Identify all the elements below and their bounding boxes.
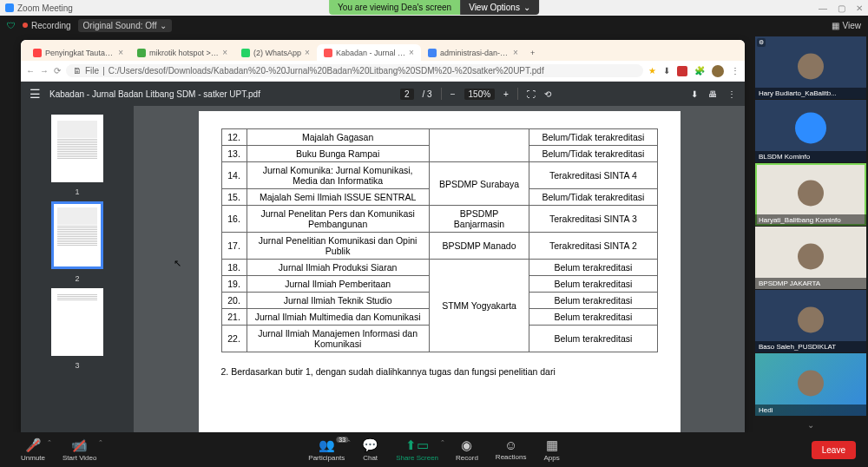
pdf-body: 123 ↖ 12.Majalah GagasanBelum/Tidak tera… xyxy=(21,106,745,432)
pdf-print-icon[interactable]: 🖶 xyxy=(708,89,717,99)
browser-tab[interactable]: Kabadan - Jurnal Badan Litbang× xyxy=(317,44,421,61)
profile-avatar-icon[interactable] xyxy=(712,65,724,77)
participants-expand-icon[interactable]: ⌄ xyxy=(755,417,866,432)
pdf-page: 12.Majalah GagasanBelum/Tidak terakredit… xyxy=(199,111,681,432)
grid-icon: ▦ xyxy=(832,21,839,30)
zoom-in-icon[interactable]: + xyxy=(503,89,509,99)
pdf-sidebar-toggle-icon[interactable]: ☰ xyxy=(30,87,41,101)
maximize-icon[interactable]: ▢ xyxy=(838,3,845,13)
chat-button[interactable]: 💬 Chat xyxy=(353,437,387,462)
zoom-out-icon[interactable]: − xyxy=(450,89,456,99)
shield-ext-icon[interactable] xyxy=(677,66,687,76)
zoom-control-bar: 🎤 ⌃ Unmute 📹 ⌃ Start Video 👥 33 ⌃ Partic… xyxy=(0,432,868,467)
apps-button[interactable]: ▦ Apps xyxy=(535,437,568,462)
pdf-more-icon[interactable]: ⋮ xyxy=(727,89,736,99)
shared-screen-area: Penyingkat Tautan Kominfo×mikrotik hotsp… xyxy=(0,35,753,432)
journal-name: Jurnal Ilmiah Teknik Studio xyxy=(247,293,429,309)
browser-tab[interactable]: administrasi-dan-teknis - Googl× xyxy=(421,44,525,61)
pdf-download-icon[interactable]: ⬇ xyxy=(691,89,698,99)
status-cell: Terakreditasi SINTA 3 xyxy=(529,206,657,233)
chevron-up-icon[interactable]: ⌃ xyxy=(98,439,103,446)
tab-close-icon[interactable]: × xyxy=(305,48,310,57)
favicon-icon xyxy=(324,49,332,57)
fit-page-icon[interactable]: ⛶ xyxy=(527,89,536,99)
menu-icon[interactable]: ⋮ xyxy=(731,66,740,76)
view-label: View xyxy=(843,21,862,30)
close-icon[interactable]: ✕ xyxy=(856,3,863,13)
nav-back-icon[interactable]: ← xyxy=(26,66,35,76)
tab-label: mikrotik hotspot > redirect xyxy=(149,49,219,57)
start-video-button[interactable]: 📹 ⌃ Start Video xyxy=(54,437,105,462)
camera-off-icon: 📹 xyxy=(71,437,88,453)
participant-tile[interactable]: ⚙Hary Budiarto_KaBalitb... xyxy=(755,36,866,99)
rotate-icon[interactable]: ⟲ xyxy=(544,89,551,99)
encryption-icon[interactable]: 🛡 xyxy=(7,21,16,30)
chevron-up-icon[interactable]: ⌃ xyxy=(346,439,352,446)
apps-icon: ▦ xyxy=(546,437,558,453)
participant-name: Haryati_Balitbang Kominfo xyxy=(755,214,866,226)
tab-close-icon[interactable]: × xyxy=(118,48,123,57)
institution-cell xyxy=(429,129,529,162)
chat-icon: 💬 xyxy=(362,437,378,453)
participant-tile[interactable]: Hedi xyxy=(755,353,866,416)
view-options-button[interactable]: View Options ⌄ xyxy=(460,0,539,15)
document-table: 12.Majalah GagasanBelum/Tidak terakredit… xyxy=(221,128,658,352)
record-button[interactable]: ◉ Record xyxy=(447,437,487,462)
pdf-thumbnail[interactable] xyxy=(51,288,103,356)
institution-cell: BPSDMP Manado xyxy=(429,233,529,260)
reactions-button[interactable]: ☺ Reactions xyxy=(487,437,536,462)
institution-cell: STMM Yogyakarta xyxy=(429,260,529,352)
file-icon: 🗎 xyxy=(73,66,82,76)
browser-tab[interactable]: mikrotik hotspot > redirect× xyxy=(130,44,234,61)
row-number: 19. xyxy=(221,276,247,293)
journal-name: Jurnal Ilmiah Multimedia dan Komunikasi xyxy=(247,309,429,326)
unmute-button[interactable]: 🎤 ⌃ Unmute xyxy=(12,437,54,462)
url-prefix: File xyxy=(85,66,99,76)
url-field[interactable]: 🗎 File | C:/Users/desof/Downloads/Kabada… xyxy=(66,64,643,77)
share-screen-button[interactable]: ⬆▭ ⌃ Share Screen xyxy=(387,437,447,462)
browser-tab[interactable]: (2) WhatsApp× xyxy=(234,44,317,61)
participant-tile[interactable]: BLSDM Kominfo xyxy=(755,100,866,162)
minimize-icon[interactable]: — xyxy=(819,3,827,13)
pdf-page-input[interactable]: 2 xyxy=(400,89,414,100)
original-sound-toggle[interactable]: Original Sound: Off ⌄ xyxy=(78,19,173,32)
row-number: 21. xyxy=(221,309,247,326)
table-row: 18.Jurnal Ilmiah Produksi SiaranSTMM Yog… xyxy=(221,260,657,276)
row-number: 18. xyxy=(221,260,247,276)
star-icon[interactable]: ★ xyxy=(648,66,656,76)
recording-indicator[interactable]: Recording xyxy=(23,21,71,30)
row-number: 14. xyxy=(221,162,247,189)
host-badge-icon: ⚙ xyxy=(757,38,766,47)
participants-button[interactable]: 👥 33 ⌃ Participants xyxy=(299,437,353,462)
pdf-thumbnail[interactable] xyxy=(51,115,103,182)
participant-tile[interactable]: Haryati_Balitbang Kominfo xyxy=(755,163,866,226)
chevron-up-icon[interactable]: ⌃ xyxy=(440,439,445,446)
row-number: 12. xyxy=(221,129,247,146)
nav-reload-icon[interactable]: ⟳ xyxy=(54,66,61,76)
participant-tile[interactable]: Baso Saleh_PUSDIKLAT xyxy=(755,290,866,352)
tab-close-icon[interactable]: × xyxy=(409,48,414,57)
tab-close-icon[interactable]: × xyxy=(222,48,227,57)
zoom-meeting-toolbar: 🛡 Recording Original Sound: Off ⌄ ▦ View xyxy=(0,16,868,35)
nav-forward-icon[interactable]: → xyxy=(40,66,49,76)
pdf-thumbnail[interactable] xyxy=(51,201,103,269)
pdf-zoom-value[interactable]: 150% xyxy=(464,89,496,100)
new-tab-button[interactable]: + xyxy=(525,45,540,61)
participants-strip: ⚙Hary Budiarto_KaBalitb...BLSDM KominfoH… xyxy=(753,35,868,432)
participant-tile[interactable]: BPSDMP JAKARTA xyxy=(755,227,866,289)
view-menu[interactable]: ▦ View xyxy=(832,21,862,30)
leave-button[interactable]: Leave xyxy=(812,441,856,459)
chat-label: Chat xyxy=(363,454,378,462)
chevron-down-icon: ⌄ xyxy=(523,3,530,12)
browser-tab[interactable]: Penyingkat Tautan Kominfo× xyxy=(26,44,130,61)
extension-icon[interactable]: 🧩 xyxy=(694,66,705,76)
chevron-up-icon[interactable]: ⌃ xyxy=(47,439,52,446)
pdf-page-area[interactable]: ↖ 12.Majalah GagasanBelum/Tidak terakred… xyxy=(134,106,745,432)
recording-dot-icon xyxy=(23,23,28,28)
download-icon[interactable]: ⬇ xyxy=(663,66,670,76)
thumbnail-number: 3 xyxy=(75,361,79,370)
tab-close-icon[interactable]: × xyxy=(513,48,518,57)
row-number: 22. xyxy=(221,326,247,352)
row-number: 20. xyxy=(221,293,247,309)
screen-sharing-banner: You are viewing Dea's screen View Option… xyxy=(329,0,539,15)
